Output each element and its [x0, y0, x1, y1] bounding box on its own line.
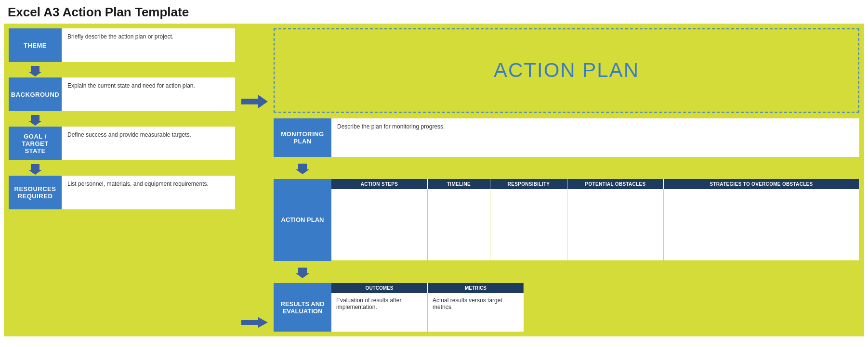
results-header-row: OUTCOMES METRICS: [331, 283, 859, 293]
resources-label: RESOURCES REQUIRED: [9, 176, 62, 209]
background-label: BACKGROUND: [9, 77, 62, 111]
action-body-cell-4[interactable]: [567, 189, 664, 261]
theme-label: THEME: [9, 28, 62, 62]
svg-marker-0: [28, 66, 42, 77]
action-body-cell-3[interactable]: [490, 189, 567, 261]
results-content: OUTCOMES METRICS Evaluation of results a…: [331, 283, 859, 332]
action-table-body: [331, 189, 859, 261]
arrow-down-2: [9, 114, 62, 127]
col-action-header: ACTION STEPS: [331, 179, 428, 189]
arrow-down-monitoring-icon: [296, 164, 309, 174]
col-outcomes-header: OUTCOMES: [331, 283, 428, 293]
resources-content[interactable]: List personnel, materials, and equipment…: [62, 176, 235, 209]
col-metrics-header: METRICS: [428, 283, 524, 293]
background-content[interactable]: Explain the current state and need for a…: [62, 77, 235, 111]
main-container: THEME Briefly describe the action plan o…: [4, 24, 864, 336]
monitoring-row: MONITORING PLAN Describe the plan for mo…: [274, 118, 859, 157]
svg-marker-1: [28, 115, 42, 126]
col-responsibility-header: RESPONSIBILITY: [490, 179, 567, 189]
arrow-down-1: [9, 65, 62, 77]
right-arrow-icon: [241, 95, 268, 108]
right-column: ACTION PLAN MONITORING PLAN Describe the…: [274, 28, 859, 332]
action-body-cell-1[interactable]: [331, 189, 428, 261]
svg-marker-2: [28, 164, 42, 175]
action-plan-title-row: ACTION PLAN: [274, 28, 859, 113]
arrow-down-monitoring: [274, 163, 331, 175]
results-label: RESULTS AND EVALUATION: [274, 283, 331, 332]
arrow-down-icon-1: [28, 66, 42, 77]
action-plan-heading: ACTION PLAN: [494, 59, 639, 82]
theme-content[interactable]: Briefly describe the action plan or proj…: [62, 28, 235, 62]
page-title: Excel A3 Action Plan Template: [0, 0, 868, 24]
svg-marker-6: [296, 268, 309, 278]
small-right-arrow: [241, 317, 268, 328]
background-row: BACKGROUND Explain the current state and…: [9, 77, 235, 111]
action-body-cell-5[interactable]: [664, 189, 859, 261]
right-arrow-small-icon: [241, 317, 268, 328]
arrow-down-3: [9, 163, 62, 176]
monitoring-content[interactable]: Describe the plan for monitoring progres…: [331, 118, 859, 157]
svg-marker-4: [241, 317, 268, 328]
col-strategies-header: STRATEGIES TO OVERCOME OBSTACLES: [664, 179, 859, 189]
left-column: THEME Briefly describe the action plan o…: [9, 28, 235, 332]
arrow-down-icon-3: [28, 164, 42, 175]
goal-label: GOAL / TARGET STATE: [9, 127, 62, 160]
action-table-content: ACTION STEPS TIMELINE RESPONSIBILITY POT…: [331, 179, 859, 261]
connector-area: [240, 28, 269, 332]
resources-row: RESOURCES REQUIRED List personnel, mater…: [9, 176, 235, 209]
arrow-down-action-icon: [296, 268, 309, 278]
col-obstacles-header: POTENTIAL OBSTACLES: [567, 179, 664, 189]
theme-row: THEME Briefly describe the action plan o…: [9, 28, 235, 62]
goal-content[interactable]: Define success and provide measurable ta…: [62, 127, 235, 160]
big-right-arrow: [241, 95, 268, 108]
svg-marker-5: [296, 164, 309, 174]
arrow-down-action: [274, 267, 331, 279]
goal-row: GOAL / TARGET STATE Define success and p…: [9, 127, 235, 160]
action-body-cell-2[interactable]: [428, 189, 490, 261]
monitoring-label: MONITORING PLAN: [274, 118, 331, 157]
col-timeline-header: TIMELINE: [428, 179, 490, 189]
results-metrics-cell[interactable]: Actual results versus target metrics.: [428, 293, 524, 332]
results-section: RESULTS AND EVALUATION OUTCOMES METRICS …: [274, 283, 859, 332]
action-table-header: ACTION STEPS TIMELINE RESPONSIBILITY POT…: [331, 179, 859, 189]
results-outcomes-cell[interactable]: Evaluation of results after implementati…: [331, 293, 428, 332]
action-plan-label: ACTION PLAN: [274, 179, 331, 261]
results-body-row: Evaluation of results after implementati…: [331, 293, 859, 332]
action-plan-table-section: ACTION PLAN ACTION STEPS TIMELINE RESPON…: [274, 179, 859, 261]
svg-marker-3: [241, 95, 268, 108]
arrow-down-icon-2: [28, 115, 42, 126]
